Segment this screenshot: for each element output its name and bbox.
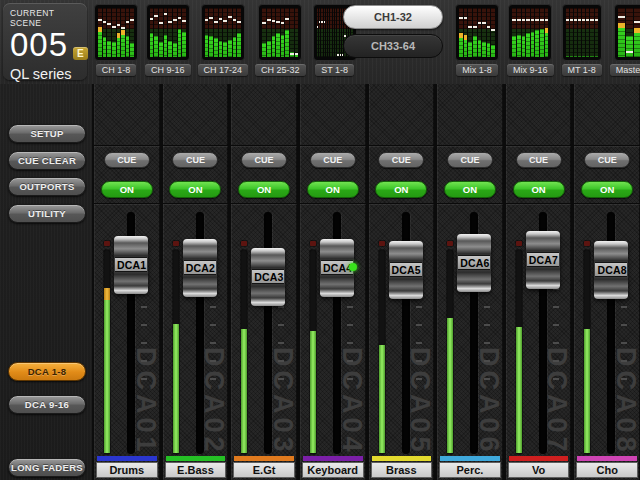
meter-peak-indicator	[586, 19, 589, 21]
channel-meter	[173, 250, 179, 454]
meter-bar-yellow-tip	[459, 33, 463, 38]
cue-button[interactable]: CUE	[310, 152, 356, 168]
meter-bar	[154, 8, 158, 57]
channel-name-label[interactable]: Vo	[508, 462, 570, 478]
selected-channel-dot	[349, 263, 357, 271]
meter-block[interactable]: CH 17-24	[198, 4, 249, 76]
meter-bar-fill	[276, 33, 280, 58]
cue-button[interactable]: CUE	[241, 152, 287, 168]
fader-knob[interactable]: DCA6	[457, 234, 491, 292]
meter-bar-fill	[459, 33, 463, 58]
meter-block[interactable]: Mix 1-8	[455, 4, 499, 76]
fader-scale-tick	[278, 342, 284, 344]
meter-bar	[319, 8, 320, 57]
fader-scale-tick	[210, 360, 216, 362]
meter-bar	[228, 8, 232, 57]
meter-peak-indicator	[566, 19, 569, 21]
sidebar-button-utility[interactable]: UTILITY	[8, 204, 86, 223]
meter-bar	[107, 8, 111, 57]
sidebar-button-outports[interactable]: OUTPORTS	[8, 177, 86, 196]
channel-name-label[interactable]: Drums	[96, 462, 158, 478]
meter-peak-indicator	[478, 22, 482, 24]
fader-knob[interactable]: DCA8	[594, 241, 628, 299]
on-button[interactable]: ON	[581, 181, 633, 198]
scene-edited-badge: E	[73, 47, 88, 60]
on-button[interactable]: ON	[101, 181, 153, 198]
strip-divider	[300, 145, 366, 146]
meter-bar	[219, 8, 223, 57]
channel-name-label[interactable]: Perc.	[439, 462, 501, 478]
cue-button[interactable]: CUE	[378, 152, 424, 168]
meter-peak-indicator	[126, 21, 130, 23]
meter-bar	[570, 8, 573, 57]
channel-color-stripe	[303, 456, 363, 461]
fader-scale-tick	[416, 342, 422, 344]
meter-peak-indicator	[233, 19, 237, 21]
on-button[interactable]: ON	[375, 181, 427, 198]
sidebar-button-setup[interactable]: SETUP	[8, 124, 86, 143]
on-button[interactable]: ON	[513, 181, 565, 198]
channel-name-label[interactable]: Brass	[371, 462, 433, 478]
cue-button[interactable]: CUE	[447, 152, 493, 168]
channel-meter-fill	[173, 324, 179, 453]
on-button[interactable]: ON	[169, 181, 221, 198]
channel-strip-area: CUE ON DCA01 DCA1 Drums CUE ON DCA02 DCA…	[94, 84, 640, 480]
channel-name-label[interactable]: Keyboard	[302, 462, 364, 478]
meter-block[interactable]: MT 1-8	[562, 4, 602, 76]
channel-name-label[interactable]: E.Gt	[233, 462, 295, 478]
on-button[interactable]: ON	[238, 181, 290, 198]
fader-knob[interactable]: DCA3	[251, 248, 285, 306]
meter-bar	[98, 8, 102, 57]
strip-divider	[94, 145, 160, 146]
meter-block-label: CH 25-32	[255, 64, 306, 76]
strip-divider	[94, 203, 160, 204]
meter-bar-fill	[582, 56, 585, 57]
sidebar-button-dca-9-16[interactable]: DCA 9-16	[8, 395, 86, 414]
cue-button[interactable]: CUE	[584, 152, 630, 168]
channel-name-label[interactable]: E.Bass	[165, 462, 227, 478]
cue-button[interactable]: CUE	[104, 152, 150, 168]
meter-bar	[121, 8, 125, 57]
ghost-channel-id: DCA07	[543, 347, 570, 456]
ghost-channel-id: DCA08	[612, 347, 639, 456]
meter-peak-indicator	[522, 19, 526, 21]
meter-bar-fill	[98, 27, 102, 57]
meter-bar-fill	[130, 43, 134, 57]
meter-bar-fill	[223, 42, 227, 57]
bank-button-ch33-64[interactable]: CH33-64	[343, 34, 443, 58]
sidebar-button-dca-1-8[interactable]: DCA 1-8	[8, 362, 86, 381]
meter-box	[562, 4, 602, 61]
sidebar-button-cue-clear[interactable]: CUE CLEAR	[8, 151, 86, 170]
sidebar-button-long-faders[interactable]: LONG FADERS	[8, 458, 86, 477]
meter-block[interactable]: CH 1-8	[94, 4, 138, 76]
meter-bar	[595, 8, 598, 57]
fader-knob[interactable]: DCA2	[183, 239, 217, 297]
meter-block[interactable]: CH 9-16	[145, 4, 191, 76]
meter-peak-indicator	[459, 17, 463, 19]
channel-meter-yellow-tip	[104, 288, 110, 300]
fader-knob[interactable]: DCA4	[320, 239, 354, 297]
fader-scale-tick	[141, 378, 147, 380]
fader-knob[interactable]: DCA1	[114, 236, 148, 294]
meter-block[interactable]: Master	[610, 4, 640, 76]
channel-name-label[interactable]: Cho	[576, 462, 638, 478]
fader-knob[interactable]: DCA5	[389, 241, 423, 299]
meter-peak-indicator	[272, 20, 276, 22]
meter-block[interactable]: Mix 9-16	[507, 4, 554, 76]
meter-bar-fill	[272, 36, 276, 57]
on-button[interactable]: ON	[444, 181, 496, 198]
meter-bar-fill	[219, 41, 223, 57]
meter-peak-indicator	[468, 26, 472, 28]
meter-bar	[182, 8, 186, 57]
bank-button-ch1-32[interactable]: CH1-32	[343, 5, 443, 29]
meter-block-label: Mix 9-16	[507, 64, 554, 76]
current-scene-panel[interactable]: CURRENT SCENE 005 E QL series	[3, 3, 87, 80]
channel-meter	[584, 250, 590, 454]
fader-knob[interactable]: DCA7	[526, 231, 560, 289]
fader-scale-tick	[416, 324, 422, 326]
cue-button[interactable]: CUE	[516, 152, 562, 168]
cue-button[interactable]: CUE	[172, 152, 218, 168]
on-button[interactable]: ON	[307, 181, 359, 198]
fader-scale-tick	[484, 306, 490, 308]
meter-block[interactable]: CH 25-32	[255, 4, 306, 76]
